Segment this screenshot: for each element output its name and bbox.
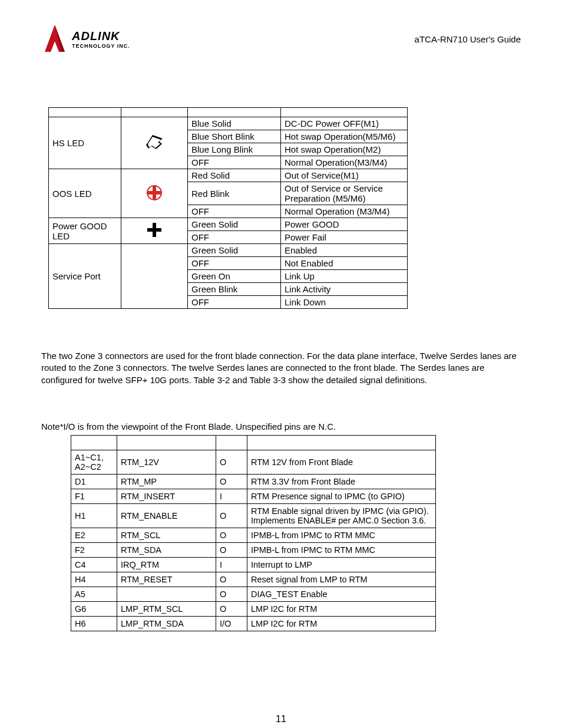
desc: Reset signal from LMP to RTM <box>247 572 436 587</box>
led-name: OOS LED <box>49 169 121 218</box>
io: O <box>216 572 247 587</box>
led-color: OFF <box>188 156 281 169</box>
adlink-logo: ADLINK TECHNOLOGY INC. <box>41 24 130 54</box>
desc: RTM 12V from Front Blade <box>247 450 436 474</box>
led-desc: Power Fail <box>281 231 408 244</box>
led-color: Blue Long Blink <box>188 143 281 156</box>
desc: RTM Enable signal driven by IPMC (via GP… <box>247 503 436 528</box>
service-port-icon <box>121 244 188 309</box>
led-desc: Out of Service or Service Preparation (M… <box>281 182 408 205</box>
signal: RTM_RESET <box>117 572 216 587</box>
io: I/O <box>216 616 247 631</box>
led-status-table: HS LED Blue Solid DC-DC Power OFF(M1) Bl… <box>48 107 408 309</box>
svg-rect-2 <box>153 186 156 199</box>
pin: H4 <box>71 572 117 587</box>
led-desc: Link Down <box>281 296 408 309</box>
table-note: Note*I/O is from the viewpoint of the Fr… <box>41 421 521 431</box>
io: O <box>216 542 247 557</box>
led-desc: Link Activity <box>281 283 408 296</box>
brand-name: ADLINK <box>72 29 130 43</box>
pin: C4 <box>71 557 117 572</box>
led-color: Green Solid <box>188 218 281 231</box>
led-color: OFF <box>188 205 281 218</box>
led-desc: Normal Operation(M3/M4) <box>281 156 408 169</box>
led-color: Blue Solid <box>188 117 281 130</box>
led-name: Service Port <box>49 244 121 309</box>
pin: D1 <box>71 474 117 489</box>
led-color: OFF <box>188 231 281 244</box>
led-desc: Enabled <box>281 244 408 257</box>
led-desc: Out of Service(M1) <box>281 169 408 182</box>
io: O <box>216 503 247 528</box>
signal: RTM_12V <box>117 450 216 474</box>
led-desc: DC-DC Power OFF(M1) <box>281 117 408 130</box>
signal: RTM_SCL <box>117 528 216 542</box>
led-desc: Power GOOD <box>281 218 408 231</box>
page-header: ADLINK TECHNOLOGY INC. aTCA-RN710 User's… <box>41 24 521 54</box>
led-color: Green Solid <box>188 244 281 257</box>
led-name: HS LED <box>49 117 121 169</box>
pin: A1~C1, A2~C2 <box>71 450 117 474</box>
pin: H1 <box>71 503 117 528</box>
logo-mark-icon <box>41 24 68 54</box>
io: O <box>216 528 247 542</box>
io: O <box>216 587 247 601</box>
signal: RTM_INSERT <box>117 489 216 503</box>
signal: RTM_MP <box>117 474 216 489</box>
desc: IPMB-L from IPMC to RTM MMC <box>247 528 436 542</box>
led-color: Blue Short Blink <box>188 130 281 143</box>
oos-led-icon <box>121 169 188 218</box>
signal: LMP_RTM_SDA <box>117 616 216 631</box>
signal: RTM_SDA <box>117 542 216 557</box>
signal: IRQ_RTM <box>117 557 216 572</box>
power-good-led-icon <box>121 218 188 244</box>
pin: E2 <box>71 528 117 542</box>
pin: G6 <box>71 601 117 616</box>
hs-led-icon <box>121 117 188 169</box>
pin: A5 <box>71 587 117 601</box>
led-color: OFF <box>188 257 281 270</box>
signal <box>117 587 216 601</box>
led-desc: Hot swap Operation(M2) <box>281 143 408 156</box>
brand-sub: TECHNOLOGY INC. <box>72 43 130 49</box>
led-desc: Not Enabled <box>281 257 408 270</box>
led-name: Power GOOD LED <box>49 218 121 244</box>
led-desc: Link Up <box>281 270 408 283</box>
io: O <box>216 601 247 616</box>
svg-rect-4 <box>147 228 161 232</box>
io: O <box>216 474 247 489</box>
desc: RTM 3.3V from Front Blade <box>247 474 436 489</box>
desc: LMP I2C for RTM <box>247 616 436 631</box>
pin: F2 <box>71 542 117 557</box>
pin: F1 <box>71 489 117 503</box>
led-color: Green On <box>188 270 281 283</box>
zone3-paragraph: The two Zone 3 connectors are used for t… <box>41 350 521 386</box>
led-color: Red Solid <box>188 169 281 182</box>
signal: RTM_ENABLE <box>117 503 216 528</box>
desc: DIAG_TEST Enable <box>247 587 436 601</box>
led-color: OFF <box>188 296 281 309</box>
page-number: 11 <box>41 714 521 724</box>
io: O <box>216 450 247 474</box>
desc: RTM Presence signal to IPMC (to GPIO) <box>247 489 436 503</box>
desc: Interrupt to LMP <box>247 557 436 572</box>
desc: LMP I2C for RTM <box>247 601 436 616</box>
led-desc: Normal Operation (M3/M4) <box>281 205 408 218</box>
zone3-pin-table: A1~C1, A2~C2RTM_12VORTM 12V from Front B… <box>71 435 436 631</box>
io: I <box>216 489 247 503</box>
desc: IPMB-L from IPMC to RTM MMC <box>247 542 436 557</box>
document-title: aTCA-RN710 User's Guide <box>415 34 521 44</box>
io: I <box>216 557 247 572</box>
signal: LMP_RTM_SCL <box>117 601 216 616</box>
pin: H6 <box>71 616 117 631</box>
led-desc: Hot swap Operation(M5/M6) <box>281 130 408 143</box>
led-color: Green Blink <box>188 283 281 296</box>
led-color: Red Blink <box>188 182 281 205</box>
